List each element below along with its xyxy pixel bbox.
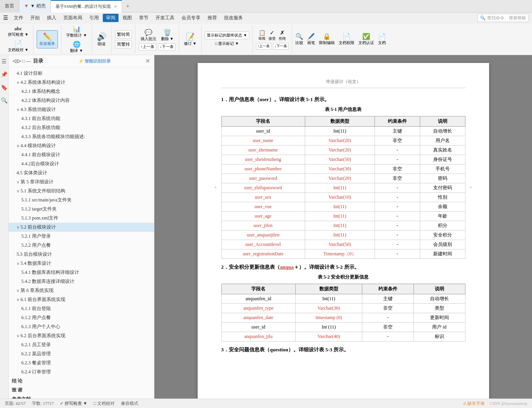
menu-ref[interactable]: 引用 bbox=[86, 14, 102, 22]
menu-file[interactable]: 文件 bbox=[11, 14, 26, 22]
menu-insert[interactable]: 插入 bbox=[44, 14, 59, 22]
toc-item-6-2[interactable]: ∨6.2 后台界面系统实现 bbox=[9, 331, 154, 340]
menu-correct[interactable]: 批改服务 bbox=[221, 14, 246, 22]
simp-to-trad-button[interactable]: 简繁转 bbox=[115, 40, 132, 48]
menu-recommend[interactable]: 推荐 bbox=[204, 14, 220, 22]
toc-item-4-5[interactable]: 4.5 实体类设计 bbox=[9, 168, 154, 177]
tab-wps[interactable]: ▼ ▼ 稻壳 bbox=[19, 0, 51, 13]
toc-item-6-2-4[interactable]: 6.2.4 订单管理 bbox=[9, 367, 154, 377]
next-change-button[interactable]: ↓下一条 bbox=[273, 43, 289, 50]
doc-certify-button[interactable]: ✅ 文档认证 bbox=[357, 32, 376, 46]
doc-check-button[interactable]: 📄 文档校对 ▼ bbox=[6, 39, 30, 54]
toc-item-conclusion[interactable]: 结 论 bbox=[9, 377, 154, 386]
restrict-button[interactable]: 🔒 限制编辑 bbox=[317, 32, 336, 46]
toc-item-5-1-1[interactable]: 5.1.1 src/main/java文件夹 bbox=[9, 196, 154, 205]
doc-rights-button[interactable]: 📄 文档权限 bbox=[337, 32, 356, 46]
menu-start[interactable]: 开始 bbox=[27, 14, 43, 22]
pin-icon[interactable]: 📌 bbox=[0, 70, 9, 79]
spell-check-status[interactable]: ✓ 拼写检查 ▼ bbox=[60, 401, 87, 406]
toc-nav-back[interactable]: ◁ bbox=[13, 58, 16, 64]
correct-service-button[interactable]: ✏️ 批改服务 bbox=[37, 30, 58, 48]
table1-right-handle[interactable]: + bbox=[469, 185, 473, 191]
menu-chapter[interactable]: 章节 bbox=[136, 14, 152, 22]
toc-item-5-1-3[interactable]: 5.1.3 pom.xml文件 bbox=[9, 214, 154, 223]
next-comment-button[interactable]: ↓下一条 bbox=[158, 43, 176, 50]
toc-item-5-4[interactable]: ∨5.4 数据库设计 bbox=[9, 259, 154, 268]
toc-collapse[interactable]: — bbox=[26, 58, 31, 64]
toc-item-5-3[interactable]: 5.3 后台模块设计 bbox=[9, 250, 154, 259]
toc-item-4-4-1[interactable]: 4.4.1 前台模块设计 bbox=[9, 150, 154, 159]
toc-expand[interactable]: □ bbox=[22, 58, 25, 64]
toc-item-4-3-2[interactable]: 4.3.2 后台系统功能 bbox=[9, 123, 154, 132]
compare-button[interactable]: 🔍 比较 bbox=[294, 32, 305, 46]
toc-item-5-1[interactable]: ∨5.1 系统文件组织结构 bbox=[9, 186, 154, 196]
tab-doc[interactable]: 基于SSM的餐...的设计与实现 ✕ bbox=[51, 0, 122, 13]
prev-comment-button[interactable]: ↑上一条 bbox=[139, 43, 156, 50]
toc-nav-fwd[interactable]: ▷ bbox=[17, 58, 21, 64]
track-changes-button[interactable]: 📝 修订 ▼ bbox=[182, 31, 198, 47]
toc-item-6-1-1[interactable]: 6.1.1 前台登陆 bbox=[9, 304, 154, 313]
toc-item-6-2-1[interactable]: 6.2.1 员工登录 bbox=[9, 340, 154, 349]
spell-check-button[interactable]: abc 拼写检查 ▼ bbox=[6, 25, 30, 38]
toc-item-references[interactable]: 参考文献 bbox=[9, 395, 154, 399]
toc-item-4-3[interactable]: ∨4.3 系统功能设计 bbox=[9, 105, 154, 114]
review-button[interactable]: 📋 审阅 bbox=[257, 29, 267, 42]
insert-comment-button[interactable]: 💬 插入批注 bbox=[139, 28, 158, 42]
toc-item-4-4[interactable]: ∨4.4 模块结构设计 bbox=[9, 141, 154, 150]
menu-member[interactable]: 会员专享 bbox=[178, 14, 204, 22]
toc-item-4-3-1[interactable]: 4.3.1 前台系统功能 bbox=[9, 114, 154, 123]
bookmark-icon[interactable]: 🔖 bbox=[0, 83, 9, 92]
toc-item-6-2-2[interactable]: 6.2.2 菜品管理 bbox=[9, 349, 154, 358]
paint-button[interactable]: 🖊️ 画笔 bbox=[306, 32, 317, 46]
toc-item-5-4-2[interactable]: 5.4.2 数据库连接详细设计 bbox=[9, 277, 154, 286]
doc-check-status[interactable]: □ 文档校对 bbox=[94, 401, 115, 406]
menu-dev[interactable]: 开发工具 bbox=[152, 14, 178, 22]
missing-font-warning[interactable]: ⚠ 缺失字体 bbox=[463, 401, 485, 406]
trad-to-simp-button[interactable]: 繁转简 bbox=[115, 30, 132, 39]
word-count-button[interactable]: 📊 字数统计 ▼ bbox=[65, 24, 88, 39]
tab-close-icon[interactable]: ✕ bbox=[114, 4, 117, 9]
toc-item-5-2-1[interactable]: 5.2.1 用户登录 bbox=[9, 232, 154, 241]
toc-item-5-2-2[interactable]: 5.2.2 用户点餐 bbox=[9, 241, 154, 250]
toc-item-6-1[interactable]: ∨6.1 前台界面系统实现 bbox=[9, 295, 154, 304]
toc-item-4-2[interactable]: ∨4.2 系统体系结构设计 bbox=[9, 78, 154, 87]
reject-button[interactable]: ✗ 拒绝 bbox=[278, 29, 287, 42]
search-box[interactable]: 🔍 查找命令、搜索模板 bbox=[477, 14, 529, 22]
toc-item-4-1[interactable]: 4.1 设计目标 bbox=[9, 69, 154, 78]
toc-item-4-4-2[interactable]: 4.4.2后台模块设计 bbox=[9, 159, 154, 168]
tab-add-button[interactable]: + bbox=[122, 3, 133, 10]
search-panel-icon[interactable]: 🔍 bbox=[0, 96, 9, 105]
toc-item-ch5[interactable]: ∨第 5 章详细设计 bbox=[9, 177, 154, 186]
nav-icon[interactable]: ☰ bbox=[0, 57, 8, 66]
toc-item-6-1-3[interactable]: 6.1.3 用户个人中心 bbox=[9, 322, 154, 331]
accept-button[interactable]: ✓ 接受 bbox=[267, 29, 277, 42]
table1-left-handle[interactable]: + bbox=[214, 185, 217, 191]
show-markup-button[interactable]: □ 显示标记 ▼ bbox=[213, 40, 240, 47]
toc-item-6-2-3[interactable]: 6.2.3 餐桌管理 bbox=[9, 358, 154, 367]
prev-change-button[interactable]: ↑上一条 bbox=[256, 43, 272, 50]
toc-item-thanks[interactable]: 致 谢 bbox=[9, 386, 154, 395]
menu-icon[interactable]: ☰ bbox=[3, 15, 8, 21]
toc-item-4-3-3[interactable]: 4.3.3 系统各功能模块功能描述: bbox=[9, 132, 154, 141]
doc-area[interactable]: 毕业设计（论文） 1．用户信息表（user）。详细设计表 5-1 所示。 表 5… bbox=[154, 55, 532, 399]
field-cell: user_id bbox=[221, 323, 295, 332]
menu-view[interactable]: 视图 bbox=[119, 14, 135, 22]
read-aloud-button[interactable]: 🔊 朗读 bbox=[95, 31, 108, 48]
delete-comment-button[interactable]: 🗑️ 删除 ▼ bbox=[159, 28, 175, 42]
display-final-button[interactable]: 显示标记的最终状态 ▼ bbox=[205, 31, 249, 39]
toc-item-5-1-2[interactable]: 5.1.2 target文件夹 bbox=[9, 205, 154, 214]
toc-item-4-2-1[interactable]: 4.2.1 体系结构概念 bbox=[9, 87, 154, 96]
toc-item-6-1-2[interactable]: 6.1.2 用户点餐 bbox=[9, 313, 154, 322]
menu-layout[interactable]: 页面布局 bbox=[60, 14, 85, 22]
toc-item-5-4-1[interactable]: 5.4.1 数据库表结构详细设计 bbox=[9, 268, 154, 277]
sidebar-close-icon[interactable]: ✕ bbox=[145, 58, 150, 65]
toc-item-4-2-2[interactable]: 4.2.2 体系结构设计内容 bbox=[9, 96, 154, 105]
menu-review[interactable]: 审阅 bbox=[103, 14, 119, 22]
toc-item-ch6[interactable]: ∨第 6 章系统实现 bbox=[9, 286, 154, 295]
tab-home[interactable]: 首页 bbox=[0, 0, 19, 13]
toc-item-5-2[interactable]: ∨5.2 前台模块设计 bbox=[9, 223, 154, 232]
menu-bar: ☰ 文件 开始 插入 页面布局 引用 审阅 视图 章节 开发工具 会员专享 推荐… bbox=[0, 13, 532, 24]
smart-toc-button[interactable]: ⚡ 智能识别目录 bbox=[78, 58, 111, 64]
translate-button[interactable]: 🌐 翻译 ▼ bbox=[69, 40, 84, 54]
doc-button[interactable]: 📄 文档 bbox=[376, 32, 387, 46]
